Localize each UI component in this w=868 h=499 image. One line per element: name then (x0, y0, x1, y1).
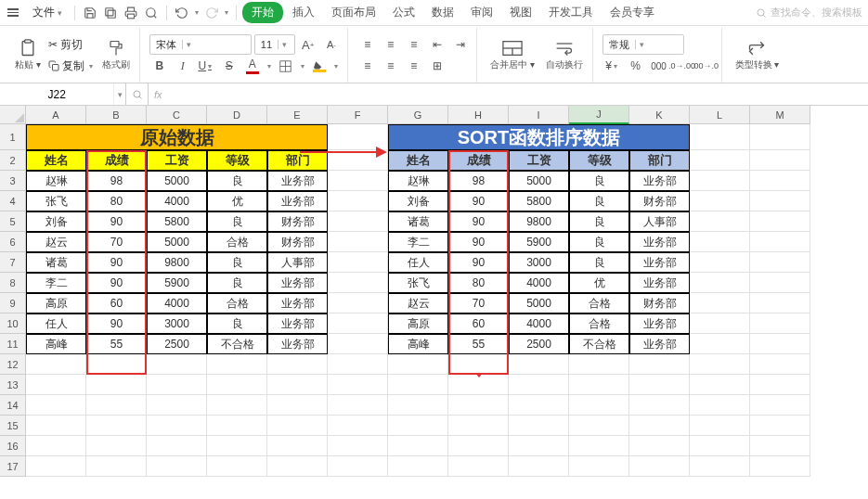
cell[interactable]: 业务部 (629, 232, 690, 252)
cell[interactable] (26, 395, 86, 416)
cell[interactable]: 业务部 (267, 171, 328, 191)
tab-页面布局[interactable]: 页面布局 (324, 1, 383, 24)
cell[interactable]: 业务部 (629, 252, 690, 273)
cell[interactable]: 张飞 (388, 273, 448, 293)
cell[interactable] (690, 436, 750, 456)
cell[interactable] (448, 354, 509, 375)
increase-font-icon[interactable]: A+ (298, 35, 318, 54)
cell[interactable] (750, 395, 810, 416)
cell[interactable]: 5900 (147, 273, 207, 293)
cell[interactable]: 5800 (147, 211, 207, 232)
cell[interactable] (267, 416, 328, 436)
preview-icon[interactable] (142, 4, 161, 22)
cell[interactable]: 姓名 (26, 150, 86, 171)
row-header[interactable]: 11 (0, 334, 26, 354)
cell[interactable]: 9800 (147, 252, 207, 273)
cell[interactable] (750, 273, 810, 293)
indent-dec-icon[interactable]: ⇤ (427, 35, 447, 54)
cell[interactable]: 成绩 (86, 150, 147, 171)
cell[interactable] (147, 375, 207, 395)
cell[interactable]: 等级 (207, 150, 267, 171)
save-as-icon[interactable] (101, 4, 120, 22)
cell[interactable]: 财务部 (629, 293, 690, 313)
cell[interactable] (448, 395, 509, 416)
cell[interactable]: 财务部 (267, 211, 328, 232)
type-convert-button[interactable]: 类型转换 ▾ (732, 37, 784, 73)
cell[interactable] (750, 334, 810, 354)
currency-icon[interactable]: ¥ ▾ (602, 57, 623, 75)
cell[interactable]: 合格 (569, 293, 629, 313)
cell[interactable] (328, 354, 388, 375)
cell[interactable] (750, 124, 810, 150)
cell[interactable]: 5900 (509, 232, 569, 252)
tab-开始[interactable]: 开始 (242, 2, 283, 23)
row-header[interactable]: 3 (0, 171, 26, 191)
col-header[interactable]: H (448, 106, 509, 124)
cell[interactable]: 张飞 (26, 191, 86, 211)
cell[interactable] (147, 456, 207, 477)
dec-decimal-icon[interactable]: .00→.0 (695, 57, 716, 75)
cell[interactable] (207, 416, 267, 436)
cell[interactable] (690, 375, 750, 395)
cancel-fx-icon[interactable] (126, 83, 149, 105)
tab-插入[interactable]: 插入 (285, 1, 322, 24)
cell[interactable] (569, 456, 629, 477)
cell[interactable]: 工资 (147, 150, 207, 171)
cell[interactable] (147, 436, 207, 456)
cell[interactable] (750, 416, 810, 436)
cell[interactable] (690, 416, 750, 436)
cell[interactable]: 60 (86, 293, 147, 313)
cell[interactable]: 良 (207, 273, 267, 293)
save-icon[interactable] (81, 4, 99, 22)
cell[interactable]: 良 (207, 252, 267, 273)
cell[interactable]: 5000 (509, 293, 569, 313)
copy-button[interactable]: 复制 ▾ (48, 56, 95, 76)
cell[interactable] (750, 293, 810, 313)
row-header[interactable]: 8 (0, 273, 26, 293)
cell[interactable] (86, 354, 147, 375)
cell[interactable]: 良 (207, 313, 267, 334)
cell[interactable] (690, 124, 750, 150)
cell[interactable]: 4000 (509, 273, 569, 293)
cell[interactable] (750, 313, 810, 334)
align-center-icon[interactable]: ≡ (381, 57, 401, 75)
cell[interactable]: 任人 (26, 313, 86, 334)
cell[interactable] (629, 456, 690, 477)
cell[interactable]: 业务部 (629, 171, 690, 191)
cell[interactable] (750, 191, 810, 211)
name-box[interactable]: ▾ (0, 83, 126, 105)
cell[interactable]: 优 (569, 273, 629, 293)
cell[interactable] (147, 395, 207, 416)
cell[interactable]: 高原 (388, 313, 448, 334)
cell[interactable]: 4000 (147, 293, 207, 313)
cell[interactable]: 高峰 (26, 334, 86, 354)
cell[interactable] (328, 334, 388, 354)
redo-icon[interactable] (202, 4, 221, 22)
search-box[interactable]: 查找命令、搜索模板 (756, 6, 862, 19)
cell[interactable] (750, 171, 810, 191)
cell[interactable] (147, 416, 207, 436)
cell[interactable] (86, 456, 147, 477)
cell[interactable]: 良 (569, 232, 629, 252)
format-painter-button[interactable]: 格式刷 (98, 37, 134, 73)
align-top-icon[interactable]: ≡ (357, 35, 378, 54)
cell[interactable]: 李二 (26, 273, 86, 293)
cell[interactable]: 不合格 (569, 334, 629, 354)
cell[interactable] (328, 293, 388, 313)
cell[interactable]: 90 (448, 211, 509, 232)
cell[interactable]: 业务部 (629, 334, 690, 354)
print-icon[interactable] (122, 4, 140, 22)
cell[interactable] (328, 191, 388, 211)
tab-审阅[interactable]: 审阅 (463, 1, 500, 24)
align-right-icon[interactable]: ≡ (404, 57, 424, 75)
cell[interactable]: 李二 (388, 232, 448, 252)
cell[interactable]: 良 (569, 211, 629, 232)
cell[interactable] (267, 375, 328, 395)
cell[interactable]: 良 (569, 171, 629, 191)
cell[interactable]: 4000 (147, 191, 207, 211)
cell[interactable]: 业务部 (629, 273, 690, 293)
cell[interactable] (690, 456, 750, 477)
cell[interactable]: 优 (207, 191, 267, 211)
cell[interactable]: 人事部 (267, 252, 328, 273)
cell[interactable] (750, 232, 810, 252)
